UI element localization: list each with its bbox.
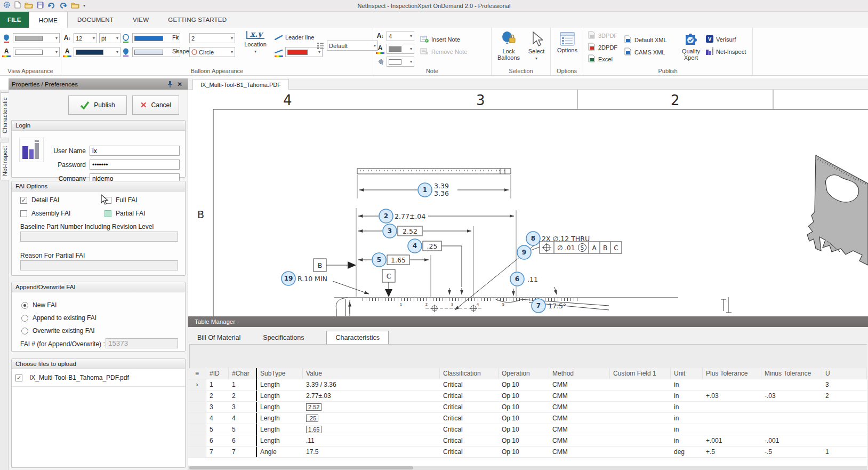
cell-plus-tolerance[interactable]: +.001	[703, 435, 761, 446]
full-fai-checkbox[interactable]	[105, 197, 111, 204]
cell-classification[interactable]: Critical	[440, 391, 499, 401]
cell-plus-tolerance[interactable]	[703, 402, 761, 412]
cell-operation[interactable]: Op 10	[499, 391, 549, 401]
balloon-fill-color-control[interactable]: ▾	[122, 47, 180, 57]
cell-minus-tolerance[interactable]: -.5	[761, 447, 822, 457]
menu-tab[interactable]: DOCUMENT	[68, 12, 123, 28]
row-selector-cell[interactable]: ›	[188, 447, 206, 457]
balloon-style-control[interactable]: Default▾	[316, 41, 378, 51]
cell-value[interactable]: 1.65	[303, 424, 440, 435]
menu-tab[interactable]: FILE	[0, 12, 29, 28]
row-selector-cell[interactable]: ›	[188, 413, 206, 424]
table-row[interactable]: › 7 7 Angle 17.5 Critical Op 10 CMM deg …	[188, 447, 867, 458]
settings-gear-icon[interactable]	[3, 1, 11, 10]
column-header-custom-field-1[interactable]: Custom Field 1	[610, 368, 671, 379]
column-header-char[interactable]: #Char	[229, 368, 256, 379]
cell-minus-tolerance[interactable]	[761, 413, 822, 424]
cell-classification[interactable]: Critical	[440, 447, 499, 457]
detail-fai-checkbox[interactable]	[20, 197, 27, 204]
balloon-7[interactable]: 7	[532, 299, 545, 313]
cell-subtype[interactable]: Length	[256, 379, 303, 390]
balloon-8[interactable]: 8	[526, 232, 540, 245]
username-field[interactable]	[90, 146, 180, 156]
column-header-operation[interactable]: Operation	[499, 368, 549, 379]
scrollbar-thumb[interactable]	[189, 466, 413, 469]
cell-char[interactable]: 1	[229, 379, 256, 390]
cell-operation[interactable]: Op 10	[499, 435, 549, 446]
cell-classification[interactable]: Critical	[440, 424, 499, 435]
row-selector-cell[interactable]: ›	[188, 402, 206, 412]
open-folder-icon[interactable]	[25, 2, 33, 10]
cell-subtype[interactable]: Length	[256, 435, 303, 446]
column-header-minus-tolerance[interactable]: Minus Tolerance	[761, 368, 822, 379]
balloon-5[interactable]: 5	[372, 253, 386, 267]
cell-method[interactable]: CMM	[549, 379, 610, 390]
remove-note-button[interactable]: Remove Note	[420, 47, 467, 56]
dimension-19[interactable]: 19 R.10 MIN	[282, 272, 369, 294]
datum-c[interactable]: C	[382, 269, 395, 297]
cell-char[interactable]: 5	[229, 424, 256, 435]
file-checkbox[interactable]	[15, 375, 22, 381]
publish-2dpdf-button[interactable]: 2DPDF	[588, 43, 617, 52]
cell-plus-tolerance[interactable]: +.5	[703, 447, 761, 457]
cell-custom-field-1[interactable]	[610, 413, 671, 424]
cell-minus-tolerance[interactable]	[761, 402, 822, 412]
file-list-item[interactable]: IX_Multi-Tool-B1_Tahoma_PDF.pdf	[12, 369, 185, 387]
table-horizontal-scrollbar[interactable]	[188, 466, 867, 470]
balloon-9[interactable]: 9	[517, 245, 531, 259]
publish-button[interactable]: Publish	[68, 95, 127, 115]
column-header-clipped[interactable]: U	[822, 368, 867, 379]
cell-id[interactable]: 5	[206, 424, 229, 435]
cell-value[interactable]: 17.5	[303, 447, 440, 457]
cell-value[interactable]: 2.52	[303, 402, 440, 412]
cell-char[interactable]: 3	[229, 402, 256, 412]
cell-unit[interactable]: in	[671, 391, 703, 401]
cell-custom-field-1[interactable]	[610, 424, 671, 435]
column-header-classification[interactable]: Classification	[440, 368, 499, 379]
undo-icon[interactable]	[47, 2, 55, 10]
cell-unit[interactable]: in	[671, 435, 703, 446]
partial-fai-option[interactable]: Partial FAI	[105, 210, 145, 217]
cell-operation[interactable]: Op 10	[499, 402, 549, 412]
drawing-canvas[interactable]: 4 3 2 B 1 3.39 3.36	[188, 90, 868, 316]
publish-excel-button[interactable]: Excel	[588, 54, 613, 63]
balloon-font-size-control[interactable]: A↕ 12▾ pt▾	[63, 33, 120, 43]
table-row[interactable]: › 4 4 Length .25 Critical Op 10 CMM in	[188, 413, 867, 424]
balloon-1[interactable]: 1	[418, 183, 432, 197]
menu-tab[interactable]: HOME	[29, 12, 68, 28]
cell-custom-field-1[interactable]	[610, 447, 671, 457]
cell-minus-tolerance[interactable]: -.03	[761, 391, 822, 401]
column-header-plus-tolerance[interactable]: Plus Tolerance	[703, 368, 761, 379]
cell-plus-tolerance[interactable]	[703, 379, 761, 390]
cell-value[interactable]: 3.39 / 3.36	[303, 379, 440, 390]
table-tab[interactable]: Bill Of Material	[197, 331, 240, 344]
fai-number-field[interactable]	[106, 338, 178, 348]
partial-fai-checkbox[interactable]	[105, 210, 111, 217]
reason-field[interactable]	[20, 260, 178, 270]
publish-verisurf-button[interactable]: V Verisurf	[706, 35, 736, 44]
cell-id[interactable]: 4	[206, 413, 229, 424]
dimension-4[interactable]: 4 .25	[408, 239, 462, 294]
detail-fai-option[interactable]: Detail FAI	[20, 196, 59, 204]
cell-operation[interactable]: Op 10	[499, 379, 549, 390]
export-folder-icon[interactable]	[71, 2, 79, 10]
cell-method[interactable]: CMM	[549, 391, 610, 401]
full-fai-option[interactable]: Full FAI	[105, 196, 138, 204]
assembly-fai-option[interactable]: Assembly FAI	[20, 210, 70, 217]
cell-method[interactable]: CMM	[549, 435, 610, 446]
cell-value[interactable]: .11	[303, 435, 440, 446]
new-fai-option[interactable]: New FAI	[21, 301, 57, 309]
balloon-font-color-control[interactable]: A ▾	[63, 47, 120, 57]
cell-id[interactable]: 6	[206, 435, 229, 446]
leader-line-button[interactable]: Leader line	[275, 34, 314, 41]
cell-value[interactable]: .25	[303, 413, 440, 424]
dimension-1[interactable]: 1 3.39 3.36	[357, 175, 511, 198]
cell-operation[interactable]: Op 10	[499, 447, 549, 457]
cell-operation[interactable]: Op 10	[499, 413, 549, 424]
cell-char[interactable]: 6	[229, 435, 256, 446]
cell-method[interactable]: CMM	[549, 424, 610, 435]
table-row[interactable]: › 6 6 Length .11 Critical Op 10 CMM in +…	[188, 435, 867, 447]
cell-unit[interactable]: in	[671, 424, 703, 435]
cell-minus-tolerance[interactable]	[761, 379, 822, 390]
cell-unit[interactable]: in	[671, 402, 703, 412]
